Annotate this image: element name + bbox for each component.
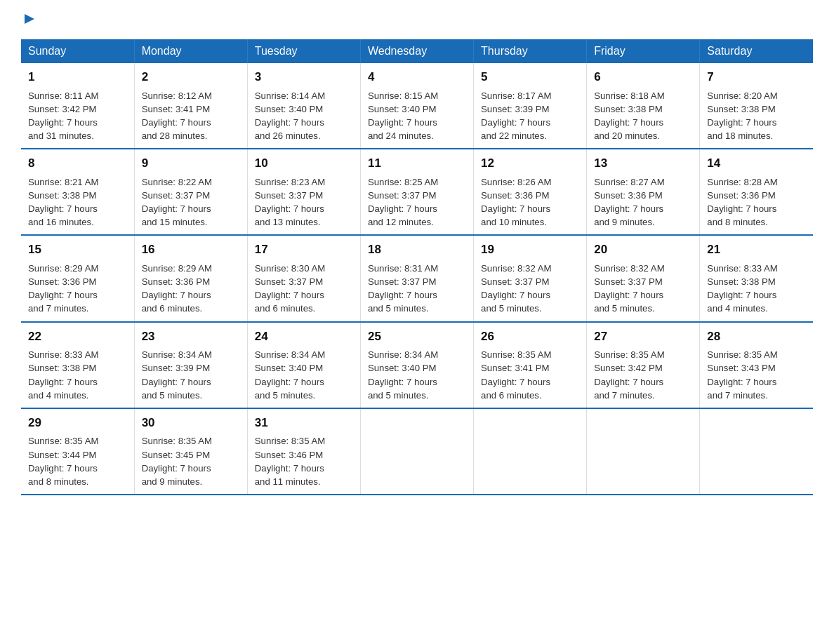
calendar-cell: 15Sunrise: 8:29 AMSunset: 3:36 PMDayligh… xyxy=(21,235,134,321)
calendar-cell: 19Sunrise: 8:32 AMSunset: 3:37 PMDayligh… xyxy=(474,235,587,321)
calendar-table: SundayMondayTuesdayWednesdayThursdayFrid… xyxy=(21,39,813,495)
calendar-cell: 18Sunrise: 8:31 AMSunset: 3:37 PMDayligh… xyxy=(360,235,473,321)
day-info: Sunrise: 8:27 AMSunset: 3:36 PMDaylight:… xyxy=(594,175,692,229)
calendar-cell: 29Sunrise: 8:35 AMSunset: 3:44 PMDayligh… xyxy=(21,408,134,495)
day-info: Sunrise: 8:29 AMSunset: 3:36 PMDaylight:… xyxy=(142,262,240,316)
day-info: Sunrise: 8:26 AMSunset: 3:36 PMDaylight:… xyxy=(481,175,579,229)
day-info: Sunrise: 8:18 AMSunset: 3:38 PMDaylight:… xyxy=(594,89,692,143)
day-number: 5 xyxy=(481,69,579,86)
day-number: 23 xyxy=(142,328,240,346)
calendar-cell: 22Sunrise: 8:33 AMSunset: 3:38 PMDayligh… xyxy=(21,322,134,408)
calendar-cell: 3Sunrise: 8:14 AMSunset: 3:40 PMDaylight… xyxy=(247,63,360,149)
calendar-cell xyxy=(700,408,813,495)
calendar-cell: 4Sunrise: 8:15 AMSunset: 3:40 PMDaylight… xyxy=(360,63,473,149)
week-row-1: 1Sunrise: 8:11 AMSunset: 3:42 PMDaylight… xyxy=(21,63,813,149)
day-number: 18 xyxy=(368,241,466,259)
calendar-cell: 14Sunrise: 8:28 AMSunset: 3:36 PMDayligh… xyxy=(700,149,813,235)
header-monday: Monday xyxy=(134,39,247,63)
calendar-cell xyxy=(587,408,700,495)
page-header xyxy=(21,14,813,27)
day-number: 10 xyxy=(255,155,353,173)
calendar-cell: 1Sunrise: 8:11 AMSunset: 3:42 PMDaylight… xyxy=(21,63,134,149)
day-info: Sunrise: 8:34 AMSunset: 3:40 PMDaylight:… xyxy=(368,348,466,402)
calendar-cell: 20Sunrise: 8:32 AMSunset: 3:37 PMDayligh… xyxy=(587,235,700,321)
calendar-cell: 13Sunrise: 8:27 AMSunset: 3:36 PMDayligh… xyxy=(587,149,700,235)
calendar-cell: 8Sunrise: 8:21 AMSunset: 3:38 PMDaylight… xyxy=(21,149,134,235)
calendar-cell: 6Sunrise: 8:18 AMSunset: 3:38 PMDaylight… xyxy=(587,63,700,149)
day-info: Sunrise: 8:28 AMSunset: 3:36 PMDaylight:… xyxy=(707,175,806,229)
day-info: Sunrise: 8:22 AMSunset: 3:37 PMDaylight:… xyxy=(142,175,240,229)
day-number: 20 xyxy=(594,241,692,259)
calendar-cell: 7Sunrise: 8:20 AMSunset: 3:38 PMDaylight… xyxy=(700,63,813,149)
calendar-cell: 25Sunrise: 8:34 AMSunset: 3:40 PMDayligh… xyxy=(360,322,473,408)
day-info: Sunrise: 8:23 AMSunset: 3:37 PMDaylight:… xyxy=(255,175,353,229)
day-info: Sunrise: 8:34 AMSunset: 3:40 PMDaylight:… xyxy=(255,348,353,402)
day-info: Sunrise: 8:14 AMSunset: 3:40 PMDaylight:… xyxy=(255,89,353,143)
header-friday: Friday xyxy=(587,39,700,63)
day-info: Sunrise: 8:35 AMSunset: 3:44 PMDaylight:… xyxy=(28,434,127,488)
day-number: 2 xyxy=(142,69,240,86)
day-number: 12 xyxy=(481,155,579,173)
day-number: 21 xyxy=(707,241,806,259)
week-row-2: 8Sunrise: 8:21 AMSunset: 3:38 PMDaylight… xyxy=(21,149,813,235)
day-number: 15 xyxy=(28,241,127,259)
calendar-cell: 10Sunrise: 8:23 AMSunset: 3:37 PMDayligh… xyxy=(247,149,360,235)
day-info: Sunrise: 8:25 AMSunset: 3:37 PMDaylight:… xyxy=(368,175,466,229)
day-info: Sunrise: 8:11 AMSunset: 3:42 PMDaylight:… xyxy=(28,89,127,143)
day-info: Sunrise: 8:12 AMSunset: 3:41 PMDaylight:… xyxy=(142,89,240,143)
day-number: 31 xyxy=(255,415,353,432)
day-info: Sunrise: 8:35 AMSunset: 3:41 PMDaylight:… xyxy=(481,348,579,402)
calendar-cell: 17Sunrise: 8:30 AMSunset: 3:37 PMDayligh… xyxy=(247,235,360,321)
header-saturday: Saturday xyxy=(700,39,813,63)
day-info: Sunrise: 8:35 AMSunset: 3:46 PMDaylight:… xyxy=(255,434,353,488)
calendar-cell: 26Sunrise: 8:35 AMSunset: 3:41 PMDayligh… xyxy=(474,322,587,408)
day-info: Sunrise: 8:32 AMSunset: 3:37 PMDaylight:… xyxy=(594,262,692,316)
day-info: Sunrise: 8:21 AMSunset: 3:38 PMDaylight:… xyxy=(28,175,127,229)
day-number: 3 xyxy=(255,69,353,86)
header-thursday: Thursday xyxy=(474,39,587,63)
day-info: Sunrise: 8:31 AMSunset: 3:37 PMDaylight:… xyxy=(368,262,466,316)
calendar-cell: 28Sunrise: 8:35 AMSunset: 3:43 PMDayligh… xyxy=(700,322,813,408)
day-info: Sunrise: 8:32 AMSunset: 3:37 PMDaylight:… xyxy=(481,262,579,316)
day-number: 28 xyxy=(707,328,806,346)
calendar-cell xyxy=(474,408,587,495)
calendar-cell xyxy=(360,408,473,495)
week-row-3: 15Sunrise: 8:29 AMSunset: 3:36 PMDayligh… xyxy=(21,235,813,321)
day-number: 29 xyxy=(28,415,127,432)
week-row-5: 29Sunrise: 8:35 AMSunset: 3:44 PMDayligh… xyxy=(21,408,813,495)
day-info: Sunrise: 8:33 AMSunset: 3:38 PMDaylight:… xyxy=(707,262,806,316)
day-number: 19 xyxy=(481,241,579,259)
day-number: 26 xyxy=(481,328,579,346)
day-info: Sunrise: 8:35 AMSunset: 3:42 PMDaylight:… xyxy=(594,348,692,402)
logo xyxy=(21,14,36,27)
calendar-cell: 11Sunrise: 8:25 AMSunset: 3:37 PMDayligh… xyxy=(360,149,473,235)
day-info: Sunrise: 8:20 AMSunset: 3:38 PMDaylight:… xyxy=(707,89,806,143)
week-row-4: 22Sunrise: 8:33 AMSunset: 3:38 PMDayligh… xyxy=(21,322,813,408)
day-info: Sunrise: 8:34 AMSunset: 3:39 PMDaylight:… xyxy=(142,348,240,402)
header-sunday: Sunday xyxy=(21,39,134,63)
calendar-cell: 31Sunrise: 8:35 AMSunset: 3:46 PMDayligh… xyxy=(247,408,360,495)
day-number: 24 xyxy=(255,328,353,346)
day-number: 4 xyxy=(368,69,466,86)
day-info: Sunrise: 8:30 AMSunset: 3:37 PMDaylight:… xyxy=(255,262,353,316)
calendar-cell: 2Sunrise: 8:12 AMSunset: 3:41 PMDaylight… xyxy=(134,63,247,149)
calendar-cell: 21Sunrise: 8:33 AMSunset: 3:38 PMDayligh… xyxy=(700,235,813,321)
calendar-cell: 23Sunrise: 8:34 AMSunset: 3:39 PMDayligh… xyxy=(134,322,247,408)
day-number: 11 xyxy=(368,155,466,173)
day-info: Sunrise: 8:35 AMSunset: 3:43 PMDaylight:… xyxy=(707,348,806,402)
day-number: 27 xyxy=(594,328,692,346)
day-number: 22 xyxy=(28,328,127,346)
day-number: 6 xyxy=(594,69,692,86)
day-number: 25 xyxy=(368,328,466,346)
calendar-cell: 30Sunrise: 8:35 AMSunset: 3:45 PMDayligh… xyxy=(134,408,247,495)
header-tuesday: Tuesday xyxy=(247,39,360,63)
header-wednesday: Wednesday xyxy=(360,39,473,63)
day-number: 16 xyxy=(142,241,240,259)
day-info: Sunrise: 8:17 AMSunset: 3:39 PMDaylight:… xyxy=(481,89,579,143)
calendar-cell: 24Sunrise: 8:34 AMSunset: 3:40 PMDayligh… xyxy=(247,322,360,408)
day-number: 9 xyxy=(142,155,240,173)
day-number: 30 xyxy=(142,415,240,432)
day-number: 14 xyxy=(707,155,806,173)
day-number: 13 xyxy=(594,155,692,173)
calendar-header-row: SundayMondayTuesdayWednesdayThursdayFrid… xyxy=(21,39,813,63)
